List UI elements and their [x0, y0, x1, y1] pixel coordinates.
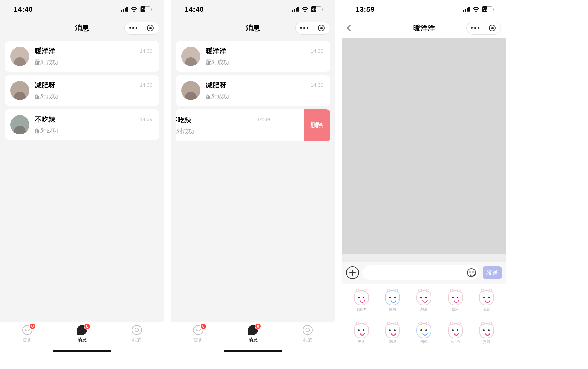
tab-label: 消息 [248, 337, 258, 343]
status-time: 14:40 [14, 5, 33, 13]
conversation-row[interactable]: 暖洋洋 配对成功 14:39 [5, 41, 159, 72]
signal-icon [121, 7, 128, 12]
screen-messages-swipe: 14:40 44 消息 暖洋洋 配对成功 14:39 [171, 0, 335, 355]
page-title: 消息 [246, 23, 260, 33]
conversation-name: 不吃辣 [35, 115, 154, 124]
status-bar: 13:59 53 [342, 0, 506, 18]
send-button[interactable]: 发送 [483, 266, 502, 279]
conversation-row[interactable]: 减肥呀 配对成功 14:39 [5, 75, 159, 106]
wifi-icon [472, 7, 479, 12]
tab-label: 首页 [193, 337, 203, 343]
screen-messages-list: 14:40 44 消息 暖洋洋 配对成功 14:39 [0, 0, 164, 355]
conversation-sub: 配对成功 [206, 93, 325, 100]
avatar [10, 47, 29, 66]
wifi-icon [131, 7, 137, 12]
close-icon[interactable] [313, 25, 330, 31]
conversation-name: 暖洋洋 [35, 46, 154, 56]
nav-bar: 暖洋洋 [342, 18, 506, 38]
screen-chat: 13:59 53 暖洋洋 发送 我的❤ 哭哭 [342, 0, 506, 355]
page-title: 消息 [75, 23, 89, 33]
tab-messages[interactable]: 消息 0 [77, 325, 87, 343]
nav-bar: 消息 [171, 18, 335, 38]
home-indicator [53, 350, 111, 352]
conversation-sub: 配对成功 [206, 58, 325, 66]
badge: 0 [255, 323, 262, 330]
attach-button[interactable] [346, 266, 359, 279]
conversation-sub: 配对成功 [35, 127, 154, 135]
tab-home[interactable]: 首页 0 [193, 325, 203, 343]
tab-messages[interactable]: 消息 0 [248, 325, 258, 343]
tab-mine[interactable]: 我的 [303, 325, 313, 343]
delete-button[interactable]: 删除 [304, 109, 330, 141]
conversation-time: 14:39 [257, 116, 270, 122]
page-title: 暖洋洋 [413, 23, 435, 33]
avatar [181, 81, 200, 100]
conversation-sub: 配对成功 [176, 127, 298, 135]
conversation-time: 14:39 [139, 116, 152, 122]
home-indicator [224, 350, 282, 352]
conversation-name: 减肥呀 [35, 81, 154, 90]
message-input[interactable] [362, 265, 479, 280]
battery-icon: 44 [140, 6, 152, 12]
avatar [10, 115, 29, 134]
conversation-row-swiped[interactable]: 删除 不吃辣 配对成功 14:39 [176, 109, 330, 141]
tab-label: 消息 [77, 337, 87, 343]
avatar [10, 81, 29, 100]
sticker-item[interactable]: 嗯嗯 [379, 321, 406, 346]
status-time: 14:40 [185, 5, 204, 13]
menu-icon[interactable] [467, 27, 484, 29]
conversation-time: 14:39 [310, 48, 323, 54]
sticker-item[interactable]: 加油 [411, 288, 437, 314]
tab-home[interactable]: 首页 0 [22, 325, 32, 343]
conversation-name: 暖洋洋 [206, 46, 325, 56]
sticker-item[interactable]: 天使 [348, 321, 375, 346]
conversation-time: 14:39 [310, 82, 323, 88]
conversation-sub: 配对成功 [35, 58, 154, 66]
emoji-icon[interactable] [467, 268, 476, 277]
sticker-item[interactable]: 疑问 [442, 288, 469, 314]
conversation-time: 14:39 [139, 82, 152, 88]
miniprogram-capsule[interactable] [295, 22, 330, 35]
conversation-sub: 配对成功 [35, 93, 154, 100]
status-bar: 14:40 44 [0, 0, 164, 18]
tab-label: 我的 [132, 337, 142, 343]
status-bar: 14:40 44 [171, 0, 335, 18]
conversation-row[interactable]: 不吃辣 配对成功 14:39 [5, 109, 159, 140]
sticker-item[interactable]: 围观 [411, 321, 437, 346]
sticker-item[interactable]: 嘚瑟 [473, 288, 500, 314]
avatar [181, 47, 200, 66]
battery-icon: 53 [482, 6, 494, 12]
sticker-item[interactable]: 我的❤ [348, 288, 375, 314]
badge: 0 [84, 323, 91, 330]
conversation-row[interactable]: 减肥呀 配对成功 14:39 [176, 75, 330, 106]
sticker-item[interactable]: 委屈 [473, 321, 500, 346]
back-icon[interactable] [347, 25, 354, 31]
nav-bar: 消息 [0, 18, 164, 38]
sticker-item[interactable]: 比心心 [442, 321, 469, 346]
tab-label: 首页 [23, 337, 32, 343]
signal-icon [463, 7, 470, 12]
sticker-panel: 我的❤ 哭哭 加油 疑问 嘚瑟 天使 嗯嗯 围观 比心心 委屈 [342, 284, 506, 355]
profile-icon [303, 325, 313, 335]
conversation-row[interactable]: 暖洋洋 配对成功 14:39 [176, 41, 330, 72]
status-time: 13:59 [356, 5, 375, 13]
tab-mine[interactable]: 我的 [132, 325, 142, 343]
conversation-name: 减肥呀 [206, 81, 325, 90]
battery-icon: 44 [311, 6, 323, 12]
badge: 0 [200, 323, 207, 330]
profile-icon [132, 325, 142, 335]
conversation-time: 14:39 [139, 48, 152, 54]
signal-icon [292, 7, 299, 12]
tab-label: 我的 [303, 337, 312, 343]
sticker-item[interactable]: 哭哭 [379, 288, 406, 314]
chat-input-bar: 发送 [342, 262, 506, 284]
miniprogram-capsule[interactable] [466, 22, 501, 35]
wifi-icon [302, 7, 308, 12]
conversation-name: 不吃辣 [176, 115, 298, 125]
close-icon[interactable] [484, 25, 501, 31]
menu-icon[interactable] [296, 27, 313, 29]
chat-scroll-area[interactable] [342, 38, 506, 254]
menu-icon[interactable] [125, 27, 142, 29]
close-icon[interactable] [142, 25, 159, 31]
miniprogram-capsule[interactable] [124, 22, 159, 35]
